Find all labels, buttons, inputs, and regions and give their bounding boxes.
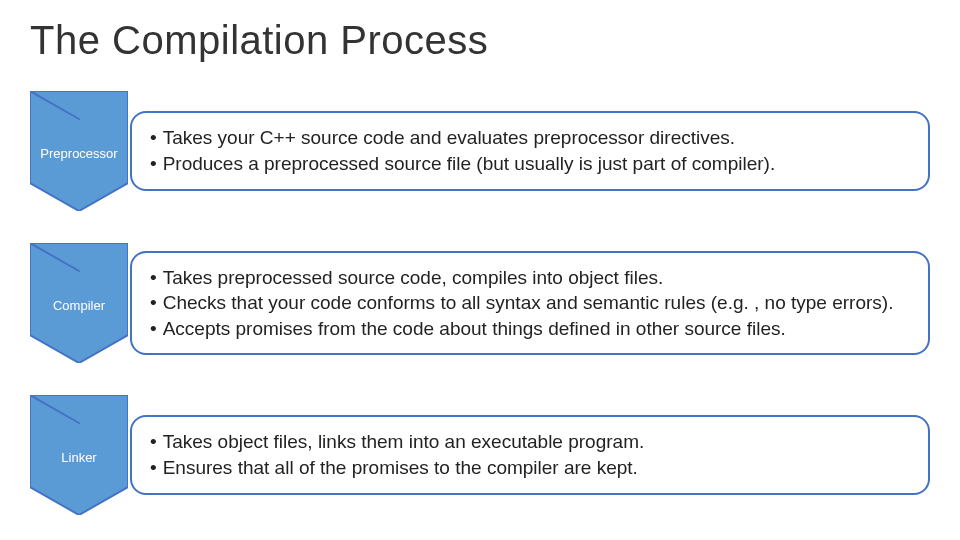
- stage-list: Preprocessor •Takes your C++ source code…: [30, 91, 930, 515]
- stage-compiler: Compiler •Takes preprocessed source code…: [30, 243, 930, 363]
- stage-linker: Linker •Takes object files, links them i…: [30, 395, 930, 515]
- bullet-item: •Takes your C++ source code and evaluate…: [150, 125, 910, 151]
- bullet-item: •Checks that your code conforms to all s…: [150, 290, 910, 316]
- chevron-shape: Compiler: [30, 243, 128, 363]
- stage-preprocessor: Preprocessor •Takes your C++ source code…: [30, 91, 930, 211]
- bullet-item: •Takes object files, links them into an …: [150, 429, 910, 455]
- stage-content: •Takes preprocessed source code, compile…: [130, 251, 930, 356]
- bullet-text: Takes preprocessed source code, compiles…: [163, 265, 664, 291]
- bullet-item: •Accepts promises from the code about th…: [150, 316, 910, 342]
- chevron-shape: Linker: [30, 395, 128, 515]
- bullet-text: Takes object files, links them into an e…: [163, 429, 645, 455]
- bullet-item: •Ensures that all of the promises to the…: [150, 455, 910, 481]
- bullet-text: Checks that your code conforms to all sy…: [163, 290, 894, 316]
- stage-label: Linker: [61, 450, 96, 465]
- bullet-text: Takes your C++ source code and evaluates…: [163, 125, 735, 151]
- stage-label: Compiler: [53, 298, 105, 313]
- stage-label: Preprocessor: [40, 146, 117, 161]
- bullet-text: Produces a preprocessed source file (but…: [163, 151, 776, 177]
- stage-content: •Takes object files, links them into an …: [130, 415, 930, 494]
- bullet-text: Ensures that all of the promises to the …: [163, 455, 638, 481]
- chevron-shape: Preprocessor: [30, 91, 128, 211]
- bullet-item: •Produces a preprocessed source file (bu…: [150, 151, 910, 177]
- stage-content: •Takes your C++ source code and evaluate…: [130, 111, 930, 190]
- page-title: The Compilation Process: [30, 18, 930, 63]
- bullet-text: Accepts promises from the code about thi…: [163, 316, 786, 342]
- bullet-item: •Takes preprocessed source code, compile…: [150, 265, 910, 291]
